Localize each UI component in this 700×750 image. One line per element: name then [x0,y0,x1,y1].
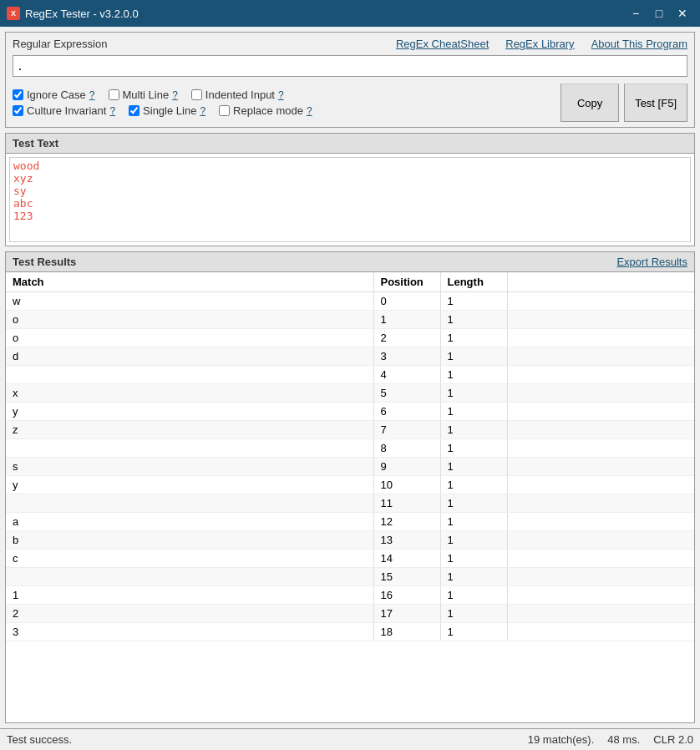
cell-match: y [6,476,373,494]
cell-length: 1 [440,421,507,439]
close-button[interactable]: ✕ [672,4,693,23]
cell-extra [507,347,694,366]
cell-extra [507,605,694,623]
title-bar: X RegEx Tester - v3.2.0.0 − □ ✕ [0,0,700,27]
regex-label: Regular Expression [13,38,107,50]
cell-match: o [6,311,373,329]
cell-length: 1 [440,458,507,476]
col-match-header: Match [6,272,373,292]
cell-position: 1 [373,311,440,329]
minimize-button[interactable]: − [625,4,647,23]
indented-input-checkbox[interactable] [191,89,202,100]
cell-position: 16 [373,586,440,605]
cell-length: 1 [440,623,507,641]
ignore-case-help[interactable]: ? [89,89,95,101]
cell-match: w [6,292,373,311]
cell-position: 18 [373,623,440,641]
cell-match [6,439,373,458]
export-results-link[interactable]: Export Results [616,256,687,268]
cell-length: 1 [440,513,507,531]
table-row: 2 17 1 [6,605,694,623]
regex-input-row [13,55,687,77]
cell-extra [507,494,694,513]
regex-panel: Regular Expression RegEx CheatSheet RegE… [5,32,695,128]
multi-line-help[interactable]: ? [172,89,178,101]
replace-mode-help[interactable]: ? [307,105,312,117]
time-stat: 48 ms. [607,733,640,746]
cell-match: x [6,384,373,403]
single-line-help[interactable]: ? [200,105,205,117]
cell-position: 3 [373,347,440,366]
indented-input-label: Indented Input [205,89,275,101]
cell-extra [507,439,694,458]
cell-position: 9 [373,458,440,476]
cell-match: d [6,347,373,366]
cell-extra [507,550,694,568]
results-header: Test Results Export Results [6,252,694,272]
test-text-content: wood xyz sy abc 123 [6,154,694,246]
test-text-area[interactable]: wood xyz sy abc 123 [9,157,691,242]
cell-extra [507,568,694,586]
culture-invariant-label: Culture Invariant [27,104,106,117]
library-link[interactable]: RegEx Library [505,38,574,50]
cell-extra [507,311,694,329]
table-row: 8 1 [6,439,694,458]
cell-match: z [6,421,373,439]
cell-position: 10 [373,476,440,494]
col-length-header: Length [440,272,507,292]
cell-position: 11 [373,494,440,513]
status-bar: Test success. 19 match(es). 48 ms. CLR 2… [0,728,700,750]
cell-extra [507,292,694,311]
culture-invariant-checkbox[interactable] [13,105,23,116]
col-extra-header [507,272,694,292]
table-row: s 9 1 [6,458,694,476]
replace-mode-checkbox[interactable] [219,105,230,116]
cell-match: 2 [6,605,373,623]
culture-invariant-help[interactable]: ? [109,105,115,117]
about-link[interactable]: About This Program [591,38,687,50]
cheatsheet-link[interactable]: RegEx CheatSheet [396,38,489,50]
cell-length: 1 [440,384,507,403]
table-row: o 2 1 [6,329,694,347]
maximize-button[interactable]: □ [648,4,670,23]
action-buttons: Copy Test [F5] [561,84,687,122]
cell-extra [507,476,694,494]
cell-match [6,568,373,586]
cell-length: 1 [440,568,507,586]
test-button[interactable]: Test [F5] [624,84,687,122]
cell-match: o [6,329,373,347]
cell-extra [507,623,694,641]
single-line-checkbox[interactable] [129,105,139,116]
regex-input[interactable] [13,55,687,77]
cell-length: 1 [440,329,507,347]
cell-extra [507,513,694,531]
clr-version: CLR 2.0 [653,733,693,746]
indented-input-help[interactable]: ? [278,89,284,101]
cell-extra [507,586,694,605]
multi-line-checkbox[interactable] [109,89,119,100]
menu-links: RegEx CheatSheet RegEx Library About Thi… [396,38,687,50]
results-table-container[interactable]: Match Position Length w 0 1 o 1 1 o 2 1 [6,272,694,722]
multi-line-label: Multi Line [123,89,170,101]
cell-match: c [6,550,373,568]
results-title: Test Results [13,256,76,268]
status-right: 19 match(es). 48 ms. CLR 2.0 [528,733,693,746]
ignore-case-checkbox[interactable] [13,89,23,100]
ignore-case-label: Ignore Case [27,89,86,101]
table-row: y 10 1 [6,476,694,494]
window-controls: − □ ✕ [625,4,693,23]
test-text-panel: Test Text wood xyz sy abc 123 [5,133,695,246]
cell-position: 7 [373,421,440,439]
cell-match: 1 [6,586,373,605]
cell-position: 0 [373,292,440,311]
table-row: 15 1 [6,568,694,586]
results-table: Match Position Length w 0 1 o 1 1 o 2 1 [6,272,694,641]
cell-match [6,494,373,513]
cell-length: 1 [440,311,507,329]
table-row: o 1 1 [6,311,694,329]
cell-match [6,366,373,384]
cell-length: 1 [440,605,507,623]
copy-button[interactable]: Copy [561,84,619,122]
cell-extra [507,329,694,347]
table-row: 1 16 1 [6,586,694,605]
